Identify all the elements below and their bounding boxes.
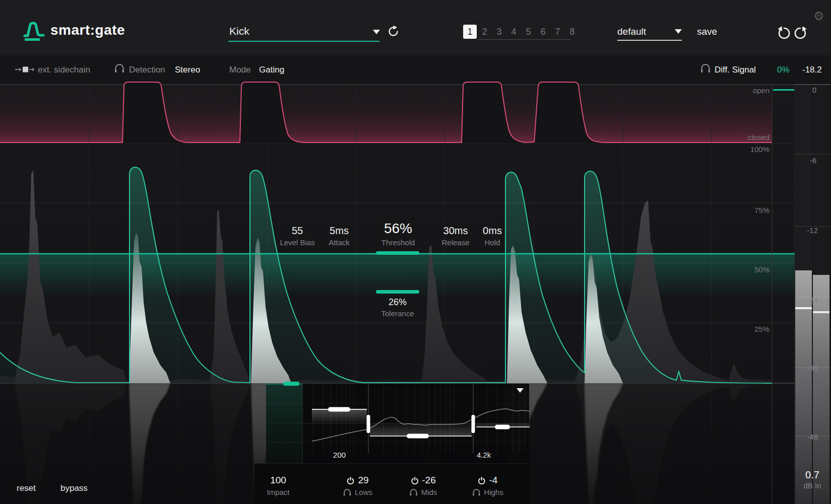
gate-state-marker: [773, 89, 794, 91]
meter-tick-36: -36: [798, 364, 818, 372]
lows-band-control: 29 Lows: [343, 475, 372, 496]
mids-gain-value[interactable]: -26: [422, 475, 435, 486]
diff-signal-headphones-icon[interactable]: [700, 64, 711, 73]
impact-slider-panel[interactable]: [266, 384, 302, 463]
preset-name: Kick: [229, 25, 249, 37]
level-25-label: 25%: [734, 325, 770, 333]
sonible-logo-icon: [23, 21, 45, 42]
page-button-8[interactable]: 8: [565, 27, 579, 37]
redo-icon[interactable]: [793, 26, 808, 40]
page-button-1[interactable]: 1: [463, 25, 477, 39]
diff-signal-value[interactable]: 0%: [777, 65, 790, 75]
level-100-label: 100%: [734, 145, 770, 154]
meter-tick-24: -24: [798, 296, 818, 304]
meter-unit: dB In: [797, 481, 827, 490]
lows-label: Lows: [355, 488, 372, 496]
meter-tick-0: 0: [796, 86, 816, 94]
input-level-meter: [795, 85, 831, 504]
page-button-3[interactable]: 3: [492, 27, 506, 37]
preset-dropdown[interactable]: Kick: [228, 24, 380, 42]
undo-icon[interactable]: [777, 26, 792, 40]
crossover-mid-high-handle[interactable]: [472, 415, 475, 433]
release-control[interactable]: 30ms Release: [441, 225, 469, 247]
gate-closed-label: closed: [734, 133, 770, 141]
mids-label: Mids: [421, 488, 437, 496]
release-label: Release: [441, 238, 469, 247]
detection-label: Detection: [129, 65, 165, 75]
mids-band-control: -26 Mids: [410, 475, 437, 496]
attack-control[interactable]: 5ms Attack: [329, 225, 350, 247]
preset-slot-value: default: [617, 26, 646, 37]
mids-power-icon[interactable]: [411, 477, 418, 484]
impact-slider-handle[interactable]: [283, 382, 299, 386]
preset-slot-dropdown[interactable]: default: [617, 25, 683, 41]
highs-gain-value[interactable]: -4: [489, 475, 498, 486]
hold-label: Hold: [483, 238, 502, 247]
headphones-icon[interactable]: [114, 64, 124, 73]
level-75-label: 75%: [734, 206, 770, 214]
tolerance-label: Tolerance: [381, 309, 414, 318]
preset-page-selector: 1 2 3 4 5 6 7 8: [463, 25, 579, 39]
level-bias-label: Level Bias: [280, 238, 314, 247]
gate-open-label: open: [734, 86, 770, 95]
level-bias-control[interactable]: 55 Level Bias: [280, 225, 314, 247]
page-button-2[interactable]: 2: [478, 27, 491, 37]
meter-tick-48: -48: [798, 433, 818, 441]
lows-power-icon[interactable]: [347, 477, 354, 484]
meter-tick-6: -6: [796, 156, 816, 165]
smart-gate-plugin-window: smart:gate Kick 1 2 3 4 5 6 7 8 default …: [0, 0, 831, 504]
tolerance-value: 26%: [381, 297, 414, 308]
page-button-4[interactable]: 4: [507, 27, 521, 37]
release-value: 30ms: [441, 225, 469, 237]
page-button-6[interactable]: 6: [536, 27, 550, 37]
level-bias-value: 55: [280, 225, 314, 237]
tolerance-control[interactable]: 26% Tolerance: [381, 297, 414, 318]
crossover-low-freq-value[interactable]: 200: [326, 451, 346, 459]
crossover-low-mid-handle[interactable]: [367, 415, 370, 433]
tolerance-handle[interactable]: [376, 290, 419, 294]
detection-value[interactable]: Stereo: [175, 65, 200, 75]
threshold-handle[interactable]: [376, 251, 419, 255]
lows-gain-value[interactable]: 29: [358, 475, 368, 486]
diff-signal-label: Diff. Signal: [715, 65, 756, 75]
chevron-down-icon: [675, 29, 682, 34]
app-title: smart:gate: [50, 22, 125, 38]
threshold-label: Threshold: [381, 238, 415, 247]
highs-label: Highs: [484, 488, 503, 496]
threshold-value: 56%: [381, 221, 415, 237]
ext-sidechain-icon: [15, 65, 35, 74]
bypass-button[interactable]: bypass: [60, 483, 88, 493]
page-button-7[interactable]: 7: [551, 27, 564, 37]
mids-gain-handle[interactable]: [407, 434, 429, 439]
impact-label: Impact: [267, 488, 289, 496]
impact-control[interactable]: 100 Impact: [267, 475, 289, 496]
attack-value: 5ms: [329, 225, 350, 237]
hold-control[interactable]: 0ms Hold: [483, 225, 502, 247]
threshold-control[interactable]: 56% Threshold: [381, 221, 415, 247]
eq-collapse-chevron-icon[interactable]: [517, 388, 524, 393]
mode-value[interactable]: Gating: [259, 65, 284, 75]
meter-tick-12: -12: [798, 226, 818, 235]
mids-headphones-icon[interactable]: [410, 489, 418, 496]
highs-headphones-icon[interactable]: [472, 489, 480, 496]
lows-gain-handle[interactable]: [328, 407, 350, 412]
meter-value: 0.7: [797, 469, 827, 481]
save-button[interactable]: save: [697, 26, 717, 37]
hold-value: 0ms: [483, 225, 502, 237]
level-50-label: 50%: [734, 265, 770, 274]
input-level-readout: -18.2: [802, 65, 822, 75]
crossover-high-freq-value[interactable]: 4.2k: [477, 451, 491, 459]
highs-gain-handle[interactable]: [495, 425, 510, 429]
lows-headphones-icon[interactable]: [343, 489, 351, 496]
attack-label: Attack: [329, 238, 350, 247]
impact-value: 100: [270, 475, 286, 486]
page-button-5[interactable]: 5: [522, 27, 535, 37]
chevron-down-icon: [373, 30, 380, 34]
refresh-preset-icon[interactable]: [387, 25, 400, 38]
reset-button[interactable]: reset: [17, 483, 36, 493]
highs-power-icon[interactable]: [478, 477, 486, 484]
mode-label: Mode: [229, 65, 251, 75]
gear-icon[interactable]: ⚙: [813, 9, 824, 23]
ext-sidechain-toggle[interactable]: ext. sidechain: [38, 65, 90, 75]
highs-band-control: -4 Highs: [472, 475, 503, 496]
